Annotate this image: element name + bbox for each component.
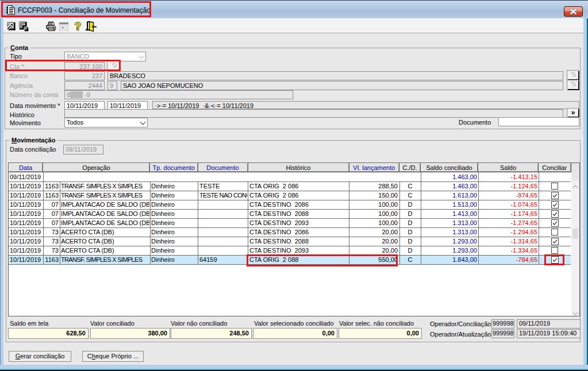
svg-text:?: ? (75, 21, 82, 32)
